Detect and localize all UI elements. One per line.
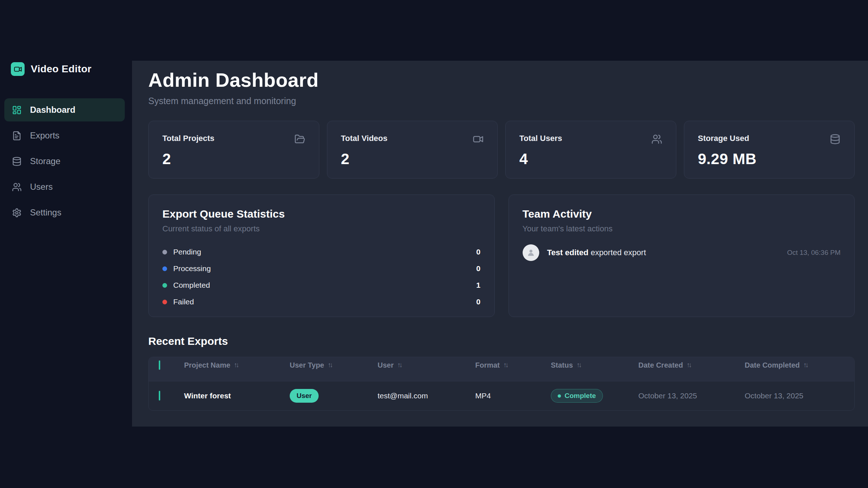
column-header-date-created[interactable]: Date Created↑↓ xyxy=(638,361,745,369)
stat-card-total-videos: Total Videos 2 xyxy=(327,121,498,179)
export-queue-card: Export Queue Statistics Current status o… xyxy=(148,194,495,317)
sidebar-item-storage[interactable]: Storage xyxy=(4,150,125,173)
sort-icon: ↑↓ xyxy=(576,361,582,369)
sidebar-item-label: Settings xyxy=(30,207,61,218)
export-queue-title: Export Queue Statistics xyxy=(162,208,481,220)
sort-icon: ↑↓ xyxy=(686,361,692,369)
gear-icon xyxy=(12,208,22,218)
user-type-badge: User xyxy=(290,389,319,403)
database-icon xyxy=(830,134,841,146)
column-header-status[interactable]: Status↑↓ xyxy=(551,361,638,369)
pending-status-dot xyxy=(162,250,167,254)
sort-icon: ↑↓ xyxy=(397,361,403,369)
sort-icon: ↑↓ xyxy=(803,361,809,369)
sidebar-item-label: Exports xyxy=(30,130,59,141)
table-row[interactable]: Winter forest User test@mail.com MP4 Com… xyxy=(149,381,854,410)
folder-open-icon xyxy=(294,134,305,146)
column-header-user[interactable]: User↑↓ xyxy=(378,361,475,369)
completed-status-dot xyxy=(162,283,167,288)
sort-icon: ↑↓ xyxy=(234,361,239,369)
sort-icon: ↑↓ xyxy=(503,361,509,369)
queue-row-processing: Processing 0 xyxy=(162,260,481,277)
sidebar-item-exports[interactable]: Exports xyxy=(4,124,125,147)
stat-value: 2 xyxy=(162,150,305,168)
activity-item: Test edited exported export Oct 13, 06:3… xyxy=(523,244,841,261)
cell-date-completed: October 13, 2025 xyxy=(745,391,854,400)
app-logo: Video Editor xyxy=(11,62,92,76)
users-icon xyxy=(12,182,22,192)
column-header-user-type[interactable]: User Type↑↓ xyxy=(290,361,378,369)
activity-timestamp: Oct 13, 06:36 PM xyxy=(787,249,841,257)
table-header-row: Project Name↑↓ User Type↑↓ User↑↓ Format… xyxy=(149,357,854,381)
queue-row-pending: Pending 0 xyxy=(162,244,481,260)
stat-value: 4 xyxy=(519,150,662,168)
export-queue-subtitle: Current status of all exports xyxy=(162,224,481,234)
stat-label: Storage Used xyxy=(698,134,749,143)
queue-row-failed: Failed 0 xyxy=(162,294,481,310)
main-content: Admin Dashboard System management and mo… xyxy=(132,61,868,427)
column-header-format[interactable]: Format↑↓ xyxy=(475,361,551,369)
stat-card-total-users: Total Users 4 xyxy=(505,121,676,179)
users-icon xyxy=(651,134,662,146)
select-all-checkbox[interactable] xyxy=(159,360,160,370)
recent-exports-table: Project Name↑↓ User Type↑↓ User↑↓ Format… xyxy=(148,357,855,411)
team-activity-subtitle: Your team's latest actions xyxy=(523,224,841,234)
sidebar-item-dashboard[interactable]: Dashboard xyxy=(4,98,125,121)
dashboard-grid-icon xyxy=(12,105,22,115)
cell-project-name: Winter forest xyxy=(184,391,290,400)
recent-exports-title: Recent Exports xyxy=(148,335,855,347)
database-icon xyxy=(12,157,22,166)
sort-icon: ↑↓ xyxy=(328,361,333,369)
sidebar-item-label: Users xyxy=(30,182,53,192)
queue-row-completed: Completed 1 xyxy=(162,277,481,294)
stat-label: Total Videos xyxy=(341,134,388,143)
person-icon xyxy=(526,248,536,258)
app-title: Video Editor xyxy=(31,63,92,75)
team-activity-title: Team Activity xyxy=(523,208,841,220)
middle-row: Export Queue Statistics Current status o… xyxy=(148,194,855,317)
sidebar-item-settings[interactable]: Settings xyxy=(4,201,125,224)
team-activity-card: Team Activity Your team's latest actions… xyxy=(509,194,855,317)
page-subtitle: System management and monitoring xyxy=(148,96,855,106)
admin-dashboard-screen: Video Editor Dashboard Exports Storage U… xyxy=(0,0,868,488)
complete-status-dot xyxy=(558,394,561,398)
file-icon xyxy=(12,131,22,141)
sidebar: Video Editor Dashboard Exports Storage U… xyxy=(0,0,132,488)
processing-status-dot xyxy=(162,266,167,271)
sidebar-item-label: Dashboard xyxy=(30,105,75,115)
cell-format: MP4 xyxy=(475,391,551,400)
cell-date-created: October 13, 2025 xyxy=(638,391,745,400)
video-camera-icon xyxy=(11,62,25,76)
failed-status-dot xyxy=(162,300,167,304)
sidebar-nav: Dashboard Exports Storage Users Settings xyxy=(4,98,125,224)
sidebar-item-label: Storage xyxy=(30,156,60,166)
stat-value: 9.29 MB xyxy=(698,150,841,168)
stat-card-total-projects: Total Projects 2 xyxy=(148,121,319,179)
row-checkbox[interactable] xyxy=(159,391,160,401)
stat-label: Total Projects xyxy=(162,134,214,143)
avatar xyxy=(523,244,539,261)
stats-row: Total Projects 2 Total Videos 2 xyxy=(148,121,855,179)
export-queue-list: Pending 0 Processing 0 Completed 1 xyxy=(162,244,481,310)
stat-card-storage-used: Storage Used 9.29 MB xyxy=(684,121,855,179)
activity-text: Test edited exported export xyxy=(547,248,646,257)
sidebar-item-users[interactable]: Users xyxy=(4,175,125,198)
stat-value: 2 xyxy=(341,150,484,168)
video-camera-icon xyxy=(473,134,484,146)
page-title: Admin Dashboard xyxy=(148,69,855,91)
stat-label: Total Users xyxy=(519,134,562,143)
column-header-project-name[interactable]: Project Name↑↓ xyxy=(184,361,290,369)
column-header-date-completed[interactable]: Date Completed↑↓ xyxy=(745,361,854,369)
status-badge: Complete xyxy=(551,389,603,403)
cell-user-email: test@mail.com xyxy=(378,391,475,400)
